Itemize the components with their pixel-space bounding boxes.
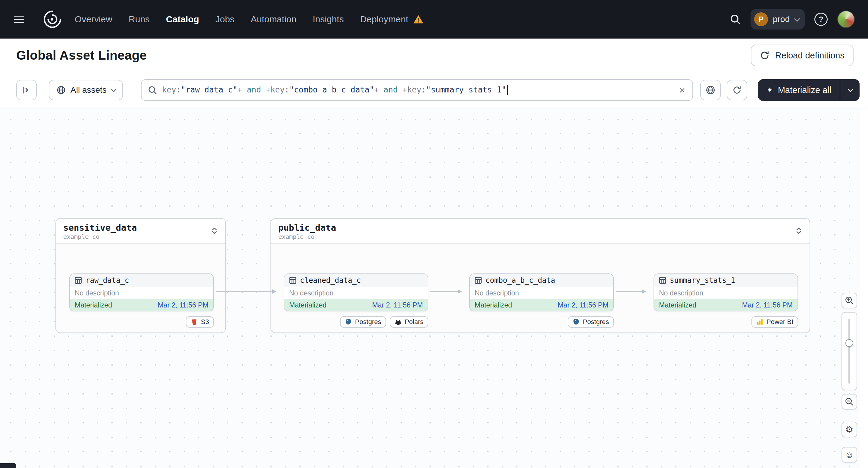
hamburger-menu-button[interactable] — [12, 9, 33, 30]
chevron-down-icon — [794, 16, 800, 22]
asset-status-row: Materialized Mar 2, 11:56 PM — [470, 299, 613, 311]
materialize-options-button[interactable] — [840, 79, 860, 101]
materialize-all-button[interactable]: ✦ Materialize all — [758, 79, 840, 101]
chevron-down-icon — [848, 87, 853, 92]
tag-polars[interactable]: Polars — [390, 316, 428, 327]
text-cursor — [507, 85, 508, 95]
search-icon — [730, 13, 741, 25]
table-icon — [659, 277, 666, 284]
asset-node-summary-stats-1[interactable]: summary_stats_1 No description Materiali… — [654, 274, 798, 311]
chevron-down-icon — [111, 87, 116, 92]
zoom-out-icon — [845, 397, 854, 406]
asset-status-row: Materialized Mar 2, 11:56 PM — [654, 299, 798, 311]
tag-postgres[interactable]: Postgres — [340, 316, 386, 327]
globe-icon — [706, 85, 715, 95]
lineage-toolbar: All assets key:"raw_data_c"+ and +key:"c… — [0, 72, 868, 108]
search-button[interactable] — [730, 13, 741, 25]
nav-right-cluster: P prod ? — [730, 9, 855, 30]
sparkle-icon: ✦ — [767, 86, 773, 95]
deployment-switcher[interactable]: P prod — [750, 9, 805, 30]
tag-postgres[interactable]: Postgres — [568, 316, 614, 327]
asset-selection-input[interactable]: key:"raw_data_c"+ and +key:"combo_a_b_c_… — [141, 79, 693, 101]
materialization-timestamp[interactable]: Mar 2, 11:56 PM — [558, 301, 609, 309]
search-icon — [148, 85, 157, 95]
collapse-group-button[interactable] — [793, 225, 805, 237]
power-bi-icon — [756, 318, 764, 325]
materialization-timestamp[interactable]: Mar 2, 11:56 PM — [742, 301, 793, 309]
nav-item-automation[interactable]: Automation — [251, 14, 297, 24]
canvas-controls: ⚙ ☺ — [841, 293, 857, 463]
status-label: Materialized — [289, 301, 327, 309]
status-label: Materialized — [75, 301, 112, 309]
help-icon: ? — [818, 15, 824, 24]
polars-icon — [395, 318, 402, 325]
asset-group-sensitive-data[interactable]: sensitive_data example_co — [55, 218, 226, 333]
s3-icon — [191, 318, 198, 325]
group-name: public_data — [278, 222, 336, 233]
dagster-logo[interactable] — [41, 8, 64, 31]
bottom-left-partial-panel — [0, 463, 16, 468]
table-icon — [75, 277, 82, 284]
asset-node-cleaned-data-c[interactable]: cleaned_data_c No description Materializ… — [284, 274, 428, 311]
group-header: public_data example_co — [271, 219, 810, 244]
help-button[interactable]: ? — [814, 13, 828, 26]
warning-icon — [413, 15, 424, 24]
nav-item-catalog[interactable]: Catalog — [166, 14, 199, 24]
top-nav: Overview Runs Catalog Jobs Automation In… — [0, 0, 868, 38]
asset-description: No description — [654, 287, 798, 299]
asset-name: cleaned_data_c — [300, 276, 361, 285]
materialization-timestamp[interactable]: Mar 2, 11:56 PM — [158, 301, 209, 309]
lineage-canvas[interactable]: sensitive_data example_co — [0, 108, 868, 468]
status-label: Materialized — [659, 301, 696, 309]
tag-s3[interactable]: S3 — [186, 316, 214, 327]
group-name: sensitive_data — [63, 222, 137, 233]
nav-item-jobs[interactable]: Jobs — [215, 14, 234, 24]
clear-query-button[interactable]: × — [678, 85, 686, 95]
zoom-slider-knob[interactable] — [845, 339, 853, 347]
open-panel-button[interactable] — [16, 80, 37, 100]
asset-status-row: Materialized Mar 2, 11:56 PM — [70, 299, 213, 311]
reload-icon — [760, 51, 770, 60]
nav-item-insights[interactable]: Insights — [313, 14, 344, 24]
collapse-icon — [211, 227, 218, 234]
postgres-icon — [345, 318, 352, 325]
zoom-slider-track — [848, 319, 850, 384]
page-header: Global Asset Lineage Reload definitions — [0, 38, 868, 72]
asset-description: No description — [70, 287, 213, 299]
asset-node-raw-data-c[interactable]: raw_data_c No description Materialized M… — [69, 274, 214, 311]
user-avatar[interactable] — [837, 10, 855, 28]
nav-item-overview[interactable]: Overview — [75, 14, 112, 24]
asset-selection-query[interactable]: key:"raw_data_c"+ and +key:"combo_a_b_c_… — [162, 85, 673, 95]
feedback-button[interactable]: ☺ — [841, 447, 857, 463]
zoom-slider[interactable] — [841, 312, 857, 390]
smiley-icon: ☺ — [845, 450, 854, 459]
deployment-badge: P — [754, 12, 768, 26]
asset-name: combo_a_b_c_data — [486, 276, 555, 285]
asset-node-combo-a-b-c-data[interactable]: combo_a_b_c_data No description Material… — [469, 274, 614, 311]
graph-view-options-button[interactable] — [700, 80, 721, 100]
zoom-out-button[interactable] — [841, 394, 857, 410]
refresh-button[interactable] — [727, 80, 747, 100]
reload-definitions-button[interactable]: Reload definitions — [751, 44, 854, 66]
graph-settings-button[interactable]: ⚙ — [841, 422, 857, 437]
nav-item-deployment[interactable]: Deployment — [360, 14, 424, 24]
status-label: Materialized — [475, 301, 512, 309]
asset-tags: S3 — [69, 316, 214, 327]
refresh-icon — [733, 86, 742, 95]
asset-group-public-data[interactable]: public_data example_co — [271, 218, 810, 333]
collapse-group-button[interactable] — [209, 225, 220, 237]
asset-tags: Power BI — [654, 316, 798, 327]
app-root: Overview Runs Catalog Jobs Automation In… — [0, 0, 868, 468]
zoom-in-button[interactable] — [841, 293, 857, 308]
materialization-timestamp[interactable]: Mar 2, 11:56 PM — [372, 301, 423, 309]
asset-description: No description — [470, 287, 613, 299]
asset-scope-dropdown[interactable]: All assets — [49, 80, 123, 100]
tag-power-bi[interactable]: Power BI — [751, 316, 798, 327]
asset-status-row: Materialized Mar 2, 11:56 PM — [284, 299, 428, 311]
panel-expand-icon — [22, 86, 31, 95]
page-title: Global Asset Lineage — [16, 48, 147, 63]
zoom-in-icon — [845, 296, 854, 305]
canvas-right-gutter — [860, 108, 868, 468]
group-repo: example_co — [278, 233, 336, 240]
nav-item-runs[interactable]: Runs — [129, 14, 150, 24]
